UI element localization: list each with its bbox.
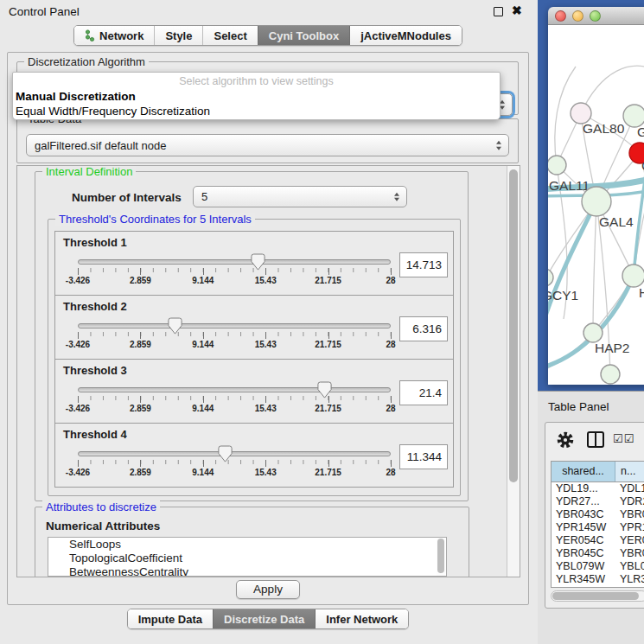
tick-label: 9.144	[192, 404, 214, 413]
threshold-label: Threshold 4	[63, 428, 127, 441]
close-traffic-light-icon[interactable]	[555, 10, 566, 22]
network-node[interactable]	[622, 265, 644, 287]
tick-label: 21.715	[315, 404, 341, 413]
list-scrollbar[interactable]	[437, 539, 445, 577]
list-item[interactable]: TopologicalCoefficient	[48, 552, 446, 565]
threshold-2-value-field[interactable]: 6.316	[399, 316, 448, 341]
major-tick	[391, 460, 392, 467]
num-intervals-value: 5	[201, 190, 207, 203]
scrollbar-thumb[interactable]	[509, 169, 518, 482]
threshold-3-slider[interactable]	[78, 387, 391, 392]
horizontal-scrollbar[interactable]	[551, 590, 644, 602]
apply-button[interactable]: Apply	[236, 580, 300, 599]
dropdown-option-manual-discretization[interactable]: Manual Discretization	[16, 90, 136, 103]
gear-icon[interactable]	[556, 430, 575, 453]
major-tick	[78, 460, 79, 467]
network-canvas[interactable]: GAL80GCGAL11GAL4GCY1HHAP2	[548, 25, 644, 385]
major-tick	[140, 332, 141, 339]
num-intervals-select[interactable]: 5	[193, 186, 407, 207]
table-cell: YDL19...	[552, 482, 615, 495]
network-node-label: G	[637, 124, 644, 139]
network-icon	[85, 29, 95, 41]
table-row[interactable]: YDL19...YDL1	[552, 482, 644, 495]
select-columns-checkbox-icon[interactable]: ☑☑	[613, 432, 634, 445]
tab-label: Impute Data	[138, 613, 202, 626]
table-row[interactable]: YDR27...YDR2	[552, 495, 644, 508]
num-intervals-label: Number of Intervals	[72, 191, 182, 204]
float-window-icon[interactable]	[494, 7, 503, 16]
table-row[interactable]: YBL079WYBL0	[552, 560, 644, 573]
tab-impute-data[interactable]: Impute Data	[128, 609, 213, 628]
zoom-traffic-light-icon[interactable]	[590, 10, 601, 22]
network-window-titlebar	[548, 7, 644, 25]
control-panel: Control Panel ✖ Network Style Select	[0, 0, 536, 644]
tick-label: 28	[386, 468, 395, 477]
tab-select[interactable]: Select	[202, 26, 257, 45]
network-node[interactable]	[582, 187, 611, 216]
network-node[interactable]	[548, 269, 553, 286]
tab-label: Network	[99, 29, 143, 42]
tick-label: 2.859	[130, 276, 151, 285]
network-node[interactable]	[601, 365, 620, 384]
combo-stepper-icon	[394, 192, 399, 201]
table-cell: YLR3	[615, 573, 644, 586]
minimize-traffic-light-icon[interactable]	[572, 10, 583, 22]
tab-style[interactable]: Style	[154, 26, 202, 45]
algorithm-dropdown-popup: Select algorithm to view settings Manual…	[12, 72, 501, 120]
dropdown-option-equal-width-frequency[interactable]: Equal Width/Frequency Discretization	[16, 105, 210, 118]
table-row[interactable]: YIL052CYIL0	[552, 586, 644, 588]
list-item[interactable]: SelfLoops	[48, 538, 446, 552]
table-data-select[interactable]: galFiltered.sif default node	[26, 134, 509, 156]
table-row[interactable]: YER054CYER0	[552, 534, 644, 547]
scrollbar-thumb[interactable]	[552, 592, 639, 600]
network-node[interactable]	[583, 323, 603, 342]
tab-cyni-toolbox[interactable]: Cyni Toolbox	[258, 26, 349, 45]
table-cell: YBR0	[615, 547, 644, 560]
tab-network[interactable]: Network	[74, 26, 154, 45]
tick-label: 15.43	[255, 404, 277, 413]
major-tick	[328, 460, 329, 467]
major-tick	[391, 396, 392, 403]
numerical-attributes-list[interactable]: SelfLoops TopologicalCoefficient Between…	[48, 537, 447, 577]
network-edge[interactable]	[593, 201, 596, 333]
tick-label: 15.43	[255, 340, 277, 349]
threshold-4-slider[interactable]	[78, 451, 391, 456]
table-cell: YER054C	[552, 534, 615, 547]
table-row[interactable]: YBR043CYBR0	[552, 508, 644, 521]
table-row[interactable]: YPR145WYPR1	[552, 521, 644, 534]
list-item[interactable]: BetweennessCentrality	[48, 565, 446, 577]
table-row[interactable]: YLR345WYLR3	[552, 573, 644, 586]
close-icon[interactable]: ✖	[512, 3, 522, 17]
table-cell: YLR345W	[552, 573, 615, 586]
threshold-2-slider[interactable]	[78, 323, 391, 328]
split-columns-icon[interactable]	[587, 431, 604, 448]
table-panel-title: Table Panel	[548, 400, 609, 413]
tab-jactivemnodules[interactable]: jActiveMNodules	[349, 26, 462, 45]
column-header-name[interactable]: n...	[615, 462, 644, 481]
interval-definition-group: Interval Definition Number of Intervals …	[35, 171, 469, 501]
table-row[interactable]: YBR045CYBR0	[552, 547, 644, 560]
tab-label: Style	[165, 29, 192, 42]
table-data-selected-value: galFiltered.sif default node	[35, 139, 166, 152]
threshold-3-panel: Threshold 3 -3.4262.8599.14415.4321.7152…	[54, 359, 454, 424]
network-node-label: GAL80	[583, 121, 625, 136]
tick-label: 9.144	[192, 340, 214, 349]
tick-label: 9.144	[192, 468, 214, 477]
panel-title: Control Panel	[9, 5, 80, 18]
threshold-1-slider[interactable]	[78, 259, 391, 265]
threshold-4-value-field[interactable]: 11.344	[399, 444, 448, 469]
tick-label: -3.426	[66, 340, 90, 349]
table-cell: YDR2	[615, 495, 644, 508]
dropdown-hint: Select algorithm to view settings	[13, 75, 500, 87]
tab-discretize-data[interactable]: Discretize Data	[213, 609, 315, 628]
numerical-attributes-label: Numerical Attributes	[46, 520, 160, 532]
tab-infer-network[interactable]: Infer Network	[315, 609, 408, 628]
threshold-1-value-field[interactable]: 14.713	[399, 252, 448, 277]
network-node[interactable]	[548, 156, 566, 175]
column-header-shared-name[interactable]: shared...	[552, 462, 615, 481]
slider-scale: -3.4262.8599.14415.4321.71528	[78, 332, 391, 351]
major-tick	[391, 268, 392, 275]
threshold-3-value-field[interactable]: 21.4	[399, 380, 448, 405]
vertical-scrollbar[interactable]	[507, 166, 520, 577]
tick-label: 9.144	[192, 276, 214, 285]
